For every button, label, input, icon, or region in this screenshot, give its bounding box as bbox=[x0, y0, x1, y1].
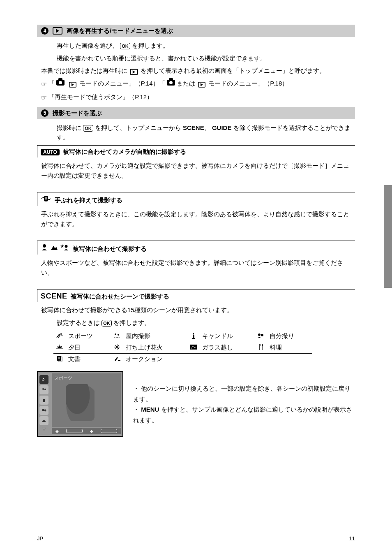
table-row: 文書 オークション bbox=[53, 354, 312, 365]
text: または bbox=[177, 80, 197, 87]
text: を押します。 bbox=[132, 42, 169, 49]
mode-is-desc: 手ぶれを抑えて撮影するときに、この機能を設定します。陰影のある被写体を、より自然… bbox=[37, 208, 355, 237]
section-4-extra: 本書では撮影時または再生時に を押して表示される最初の画面を「トップメニュー」と… bbox=[41, 66, 355, 76]
scene-keyword: SCENE bbox=[183, 124, 204, 131]
text: を押します。 bbox=[113, 319, 150, 326]
documents-icon bbox=[56, 356, 63, 361]
page-footer: JP 11 bbox=[0, 535, 392, 542]
mode-auto-desc: 被写体に合わせて、カメラが最適な設定で撮影できます。被写体にカメラを向けるだけで… bbox=[37, 159, 355, 189]
menu-keyword: MENU bbox=[141, 406, 159, 413]
section-4-title: 画像を再生する/モードメニューを選ぶ bbox=[67, 27, 173, 35]
svg-point-15 bbox=[42, 388, 44, 390]
table-row: スポーツ 屋内撮影 キャンドル 自分撮り bbox=[53, 331, 312, 342]
section-4-header: 4 画像を再生する/モードメニューを選ぶ bbox=[37, 25, 355, 37]
table-row: 夕日 打ち上げ花火 ガラス越し 料理 bbox=[53, 342, 312, 354]
section-5-line1: 撮影時に OK を押して、トップメニューから SCENE、 GUIDE を除く撮… bbox=[57, 123, 355, 142]
mode-is-title: 手ぶれを抑えて撮影する bbox=[55, 197, 122, 204]
mode-auto-header: AUTO 被写体に合わせてカメラが自動的に撮影する bbox=[37, 145, 355, 157]
scene-table: スポーツ 屋内撮影 キャンドル 自分撮り 夕日 打ち上げ花火 ガラス越し 料理 … bbox=[53, 331, 312, 365]
indoor-icon bbox=[113, 333, 121, 338]
mode-scene-title: 被写体に合わせたシーンで撮影する bbox=[71, 293, 169, 300]
svg-point-10 bbox=[261, 334, 263, 336]
lcd-silhouette bbox=[66, 384, 95, 421]
side-tab bbox=[384, 185, 392, 288]
cell: 屋内撮影 bbox=[123, 331, 187, 342]
caption-a: ・ 他のシーンに切り換えると、一部の設定を除き、各シーンの初期設定に戻ります。 bbox=[133, 383, 355, 404]
section-5-title: 撮影モードを選ぶ bbox=[53, 109, 102, 117]
svg-rect-17 bbox=[43, 399, 45, 402]
mode-scene-desc: 被写体に合わせて撮影ができる15種類のシーンが用意されています。 bbox=[41, 306, 355, 315]
svg-point-4 bbox=[61, 333, 62, 335]
mode-scene-ok-line: 設定するときは OK を押します。 bbox=[57, 318, 355, 328]
svg-point-16 bbox=[44, 389, 46, 390]
ok-button-icon: OK bbox=[120, 43, 130, 49]
text: 撮影時に bbox=[57, 124, 83, 131]
cuisine-icon bbox=[257, 344, 265, 350]
playback-icon-inline bbox=[69, 82, 76, 88]
lcd-ok-label bbox=[101, 429, 117, 433]
lcd-side-item-sunset bbox=[39, 416, 48, 425]
section-4-line2: 機能を書かれている順番に選択すると、書かれている機能が設定できます。 bbox=[57, 54, 355, 63]
night-portrait-icon: ★ bbox=[60, 243, 69, 251]
svg-point-18 bbox=[42, 409, 44, 411]
lcd-side-list: ▽ bbox=[38, 375, 50, 433]
auto-badge: AUTO bbox=[41, 149, 60, 155]
landscape-icon bbox=[51, 243, 58, 251]
sunset-icon bbox=[56, 344, 63, 350]
step-number-5: 5 bbox=[41, 109, 48, 117]
text: 設定するときは bbox=[57, 319, 101, 326]
cell: スポーツ bbox=[66, 331, 111, 342]
text: 「 bbox=[48, 80, 55, 87]
svg-rect-7 bbox=[193, 335, 194, 338]
scene-label: SCENE bbox=[41, 292, 67, 300]
svg-rect-8 bbox=[192, 338, 195, 339]
text: を押すと、サンプル画像とどんな撮影に適しているかの説明が表示されます。 bbox=[133, 406, 352, 424]
playback-icon-small bbox=[130, 69, 138, 75]
lcd-side-item-candle bbox=[39, 396, 48, 405]
svg-point-6 bbox=[118, 334, 119, 336]
camera-icon-2 bbox=[167, 80, 175, 86]
text: 再生した画像を選び、 bbox=[57, 42, 118, 49]
is-icon bbox=[41, 195, 51, 202]
lcd-side-item-self bbox=[39, 406, 48, 415]
svg-point-1 bbox=[43, 244, 46, 248]
scene-3icons: ★ bbox=[41, 243, 69, 251]
svg-point-19 bbox=[44, 410, 46, 412]
ok-button-icon-3: OK bbox=[101, 320, 112, 326]
mode-is-header: 手ぶれを抑えて撮影する bbox=[37, 192, 355, 206]
cell: 夕日 bbox=[66, 342, 111, 354]
camera-icon bbox=[56, 80, 65, 86]
cell: キャンドル bbox=[200, 331, 254, 342]
mode-plk-header: ★ 被写体に合わせて撮影する bbox=[37, 241, 355, 255]
footer-right: 11 bbox=[349, 535, 355, 542]
lcd-preview: ▽ スポーツ ◆ ◆ bbox=[37, 371, 123, 437]
text: を押して、トップメニューから bbox=[95, 124, 183, 131]
cell: ガラス越し bbox=[200, 342, 254, 354]
candle-icon bbox=[190, 333, 197, 338]
text: 本書では撮影時または再生時に bbox=[41, 67, 129, 74]
behind-glass-icon bbox=[190, 344, 197, 350]
svg-point-9 bbox=[258, 333, 261, 336]
lcd-bottom-bar: ◆ ◆ bbox=[52, 428, 121, 434]
cell: 自分撮り bbox=[267, 331, 312, 342]
lcd-side-item-sports bbox=[39, 375, 48, 384]
svg-text:★: ★ bbox=[60, 244, 64, 248]
section-4-ref-b: ☞ 「再生モードで使うボタン」（P.12） bbox=[41, 93, 355, 103]
sports-icon bbox=[56, 333, 63, 338]
step-number-4: 4 bbox=[41, 27, 48, 35]
mode-plk-desc: 人物やスポーツなど、被写体に合わせた設定で撮影できます。詳細についてはシーン別撮… bbox=[37, 256, 355, 286]
footer-left: JP bbox=[37, 535, 43, 542]
svg-point-3 bbox=[65, 245, 68, 248]
text: ・ bbox=[133, 406, 141, 413]
down-arrow-icon: ▽ bbox=[42, 426, 46, 432]
portrait-icon bbox=[41, 243, 48, 251]
guide-keyword: GUIDE bbox=[212, 124, 232, 131]
auction-icon bbox=[113, 356, 121, 361]
reference-hand-icon-2: ☞ bbox=[41, 94, 47, 101]
section-4-line1: 再生した画像を選び、 OK を押します。 bbox=[57, 41, 355, 51]
cell: オークション bbox=[123, 354, 187, 365]
svg-rect-14 bbox=[118, 360, 120, 361]
cell: 文書 bbox=[66, 354, 111, 365]
text: モードのメニュー」（P.14）「 bbox=[79, 80, 165, 87]
ok-button-icon-2: OK bbox=[83, 125, 93, 132]
